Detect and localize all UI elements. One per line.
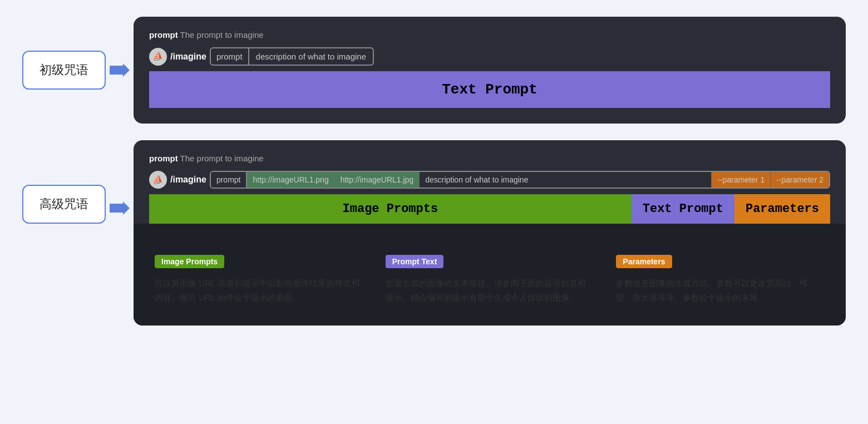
beginner-p-value: description of what to imagine: [249, 48, 373, 65]
advanced-param1: --parameter 1: [712, 172, 771, 188]
advanced-bar-text: Text Prompt: [632, 194, 734, 224]
beginner-label: 初级咒语: [22, 51, 106, 90]
advanced-arrow: [106, 140, 134, 215]
desc-col-params: Parameters 参数改变图像的生成方式。参数可以更改宽高比、模型、放大器等…: [616, 255, 825, 304]
advanced-card: prompt The prompt to imagine ⛵ /imagine …: [134, 140, 846, 326]
advanced-bar-image: Image Prompts: [149, 194, 632, 224]
beginner-p-label: prompt: [211, 48, 249, 65]
advanced-label: 高级咒语: [22, 185, 106, 224]
advanced-imagine-text: /imagine: [170, 175, 206, 185]
advanced-prompt-keyword: prompt: [149, 154, 178, 163]
beginner-prompt-box: prompt description of what to imagine: [210, 47, 374, 66]
beginner-prompt-keyword: prompt: [149, 30, 178, 40]
badge-prompt-text: Prompt Text: [386, 255, 444, 268]
beginner-text-prompt-bar: Text Prompt: [149, 71, 830, 108]
badge-image-prompts: Image Prompts: [155, 255, 224, 268]
svg-marker-0: [110, 63, 130, 77]
beginner-cmd-row: ⛵ /imagine prompt description of what to…: [149, 47, 830, 66]
svg-marker-1: [110, 201, 130, 215]
advanced-param2: --parameter 2: [771, 172, 829, 188]
advanced-section: 高级咒语 prompt The prompt to imagine ⛵ /ima…: [22, 140, 846, 326]
advanced-descriptions: Image Prompts 可以将图像 URL 添加到提示中以影响最终结果的样式…: [149, 239, 830, 310]
desc-text-prompt: 您要生成的图像的文本描述。请参阅下面的提示信息和提示。精心编写的提示有助于生成令…: [386, 276, 594, 304]
advanced-prompt-header: prompt The prompt to imagine: [149, 154, 830, 163]
beginner-imagine-text: /imagine: [170, 52, 206, 62]
badge-parameters: Parameters: [616, 255, 672, 268]
beginner-section: 初级咒语 prompt The prompt to imagine ⛵ /ima…: [22, 17, 846, 124]
desc-col-text: Prompt Text 您要生成的图像的文本描述。请参阅下面的提示信息和提示。精…: [386, 255, 594, 304]
beginner-card: prompt The prompt to imagine ⛵ /imagine …: [134, 17, 846, 124]
advanced-url1: http://imageURL1.png: [247, 172, 334, 188]
beginner-arrow: [106, 63, 134, 77]
beginner-prompt-desc: The prompt to imagine: [180, 30, 264, 40]
advanced-desc-value: description of what to imagine: [420, 172, 712, 188]
advanced-boat-icon: ⛵: [149, 171, 167, 189]
advanced-prompt-desc: The prompt to imagine: [180, 154, 264, 163]
desc-text-params: 参数改变图像的生成方式。参数可以更改宽高比、模型、放大器等等。参数位于提示的末尾…: [616, 276, 825, 304]
advanced-prompt-label: prompt: [211, 172, 248, 188]
beginner-prompt-header: prompt The prompt to imagine: [149, 30, 830, 40]
advanced-url2: http://imageURL1.jpg: [335, 172, 420, 188]
advanced-bar-params: Parameters: [734, 194, 830, 224]
desc-col-image: Image Prompts 可以将图像 URL 添加到提示中以影响最终结果的样式…: [155, 255, 363, 304]
advanced-label-bars: Image Prompts Text Prompt Parameters: [149, 194, 830, 224]
boat-icon: ⛵: [149, 48, 167, 66]
desc-text-image: 可以将图像 URL 添加到提示中以影响最终结果的样式和内容。图片 URL 始终位…: [155, 276, 363, 304]
